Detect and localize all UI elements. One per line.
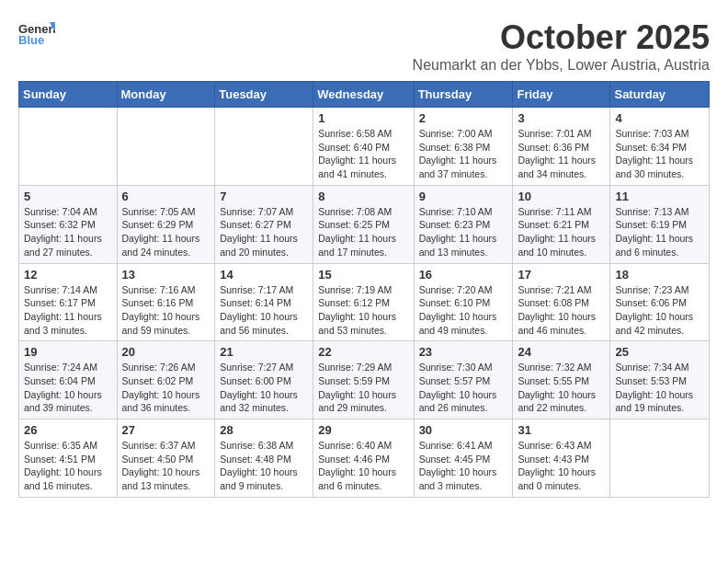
day-info: Sunrise: 6:38 AM Sunset: 4:48 PM Dayligh… <box>220 439 308 493</box>
calendar-cell: 5Sunrise: 7:04 AM Sunset: 6:32 PM Daylig… <box>19 185 118 263</box>
calendar-cell: 13Sunrise: 7:16 AM Sunset: 6:16 PM Dayli… <box>117 263 215 341</box>
calendar-cell: 2Sunrise: 7:00 AM Sunset: 6:38 PM Daylig… <box>414 108 513 186</box>
calendar-week-row: 12Sunrise: 7:14 AM Sunset: 6:17 PM Dayli… <box>19 263 710 341</box>
day-info: Sunrise: 7:27 AM Sunset: 6:00 PM Dayligh… <box>220 361 308 415</box>
weekday-header-thursday: Thursday <box>414 82 513 108</box>
calendar-cell: 9Sunrise: 7:10 AM Sunset: 6:23 PM Daylig… <box>414 185 513 263</box>
calendar-cell: 24Sunrise: 7:32 AM Sunset: 5:55 PM Dayli… <box>513 341 610 419</box>
calendar-cell <box>610 419 710 498</box>
calendar-cell: 18Sunrise: 7:23 AM Sunset: 6:06 PM Dayli… <box>610 263 710 341</box>
day-info: Sunrise: 6:58 AM Sunset: 6:40 PM Dayligh… <box>318 127 408 181</box>
calendar-cell: 31Sunrise: 6:43 AM Sunset: 4:43 PM Dayli… <box>513 419 610 498</box>
day-info: Sunrise: 7:30 AM Sunset: 5:57 PM Dayligh… <box>419 361 508 415</box>
day-info: Sunrise: 6:43 AM Sunset: 4:43 PM Dayligh… <box>518 439 605 493</box>
day-info: Sunrise: 7:07 AM Sunset: 6:27 PM Dayligh… <box>220 205 308 259</box>
day-info: Sunrise: 7:17 AM Sunset: 6:14 PM Dayligh… <box>220 283 308 338</box>
day-number: 4 <box>615 111 704 125</box>
calendar-week-row: 5Sunrise: 7:04 AM Sunset: 6:32 PM Daylig… <box>19 185 710 263</box>
title-block: October 2025 Neumarkt an der Ybbs, Lower… <box>413 18 710 74</box>
day-number: 25 <box>615 345 704 359</box>
day-number: 2 <box>419 111 508 125</box>
calendar-cell: 27Sunrise: 6:37 AM Sunset: 4:50 PM Dayli… <box>117 419 215 498</box>
day-number: 19 <box>24 345 112 359</box>
calendar-cell: 23Sunrise: 7:30 AM Sunset: 5:57 PM Dayli… <box>414 341 513 419</box>
day-info: Sunrise: 6:35 AM Sunset: 4:51 PM Dayligh… <box>24 439 112 493</box>
day-number: 1 <box>318 111 408 125</box>
day-number: 7 <box>220 190 308 203</box>
calendar-cell: 19Sunrise: 7:24 AM Sunset: 6:04 PM Dayli… <box>19 341 118 419</box>
day-number: 22 <box>318 345 408 359</box>
calendar-cell: 12Sunrise: 7:14 AM Sunset: 6:17 PM Dayli… <box>19 263 118 341</box>
svg-text:Blue: Blue <box>18 33 44 47</box>
day-info: Sunrise: 7:00 AM Sunset: 6:38 PM Dayligh… <box>419 127 508 181</box>
day-info: Sunrise: 7:08 AM Sunset: 6:25 PM Dayligh… <box>318 205 408 259</box>
day-number: 12 <box>24 268 112 282</box>
day-info: Sunrise: 7:01 AM Sunset: 6:36 PM Dayligh… <box>518 127 605 181</box>
day-info: Sunrise: 7:34 AM Sunset: 5:53 PM Dayligh… <box>615 361 704 415</box>
day-info: Sunrise: 6:41 AM Sunset: 4:45 PM Dayligh… <box>419 439 508 493</box>
calendar-cell: 17Sunrise: 7:21 AM Sunset: 6:08 PM Dayli… <box>513 263 610 341</box>
calendar-cell <box>117 108 215 186</box>
day-number: 26 <box>24 423 112 437</box>
weekday-header-wednesday: Wednesday <box>313 82 414 108</box>
calendar-cell: 8Sunrise: 7:08 AM Sunset: 6:25 PM Daylig… <box>313 185 414 263</box>
calendar-week-row: 1Sunrise: 6:58 AM Sunset: 6:40 PM Daylig… <box>19 108 710 186</box>
weekday-header-monday: Monday <box>117 82 215 108</box>
page-header: General Blue October 2025 Neumarkt an de… <box>18 18 710 74</box>
day-info: Sunrise: 6:40 AM Sunset: 4:46 PM Dayligh… <box>318 439 408 493</box>
logo: General Blue <box>18 18 55 48</box>
calendar-cell: 1Sunrise: 6:58 AM Sunset: 6:40 PM Daylig… <box>313 108 414 186</box>
day-info: Sunrise: 7:03 AM Sunset: 6:34 PM Dayligh… <box>615 127 704 181</box>
day-number: 30 <box>419 423 508 437</box>
day-number: 10 <box>518 190 605 203</box>
day-info: Sunrise: 7:10 AM Sunset: 6:23 PM Dayligh… <box>419 205 508 259</box>
calendar-cell: 26Sunrise: 6:35 AM Sunset: 4:51 PM Dayli… <box>19 419 118 498</box>
calendar-cell: 11Sunrise: 7:13 AM Sunset: 6:19 PM Dayli… <box>610 185 710 263</box>
weekday-header-saturday: Saturday <box>610 82 710 108</box>
calendar-cell: 22Sunrise: 7:29 AM Sunset: 5:59 PM Dayli… <box>313 341 414 419</box>
day-info: Sunrise: 7:14 AM Sunset: 6:17 PM Dayligh… <box>24 283 112 338</box>
day-number: 11 <box>615 190 704 203</box>
weekday-header-sunday: Sunday <box>19 82 118 108</box>
day-number: 9 <box>419 190 508 203</box>
day-number: 3 <box>518 111 605 125</box>
weekday-header-row: SundayMondayTuesdayWednesdayThursdayFrid… <box>19 82 710 108</box>
day-info: Sunrise: 7:23 AM Sunset: 6:06 PM Dayligh… <box>615 283 704 338</box>
day-info: Sunrise: 7:26 AM Sunset: 6:02 PM Dayligh… <box>122 361 210 415</box>
logo-icon: General Blue <box>18 18 55 48</box>
weekday-header-tuesday: Tuesday <box>215 82 313 108</box>
location-title: Neumarkt an der Ybbs, Lower Austria, Aus… <box>413 57 710 74</box>
day-number: 29 <box>318 423 408 437</box>
calendar-cell: 3Sunrise: 7:01 AM Sunset: 6:36 PM Daylig… <box>513 108 610 186</box>
calendar-cell: 25Sunrise: 7:34 AM Sunset: 5:53 PM Dayli… <box>610 341 710 419</box>
day-number: 28 <box>220 423 308 437</box>
day-number: 5 <box>24 190 112 203</box>
calendar-cell: 4Sunrise: 7:03 AM Sunset: 6:34 PM Daylig… <box>610 108 710 186</box>
calendar-week-row: 19Sunrise: 7:24 AM Sunset: 6:04 PM Dayli… <box>19 341 710 419</box>
day-number: 18 <box>615 268 704 282</box>
calendar-cell: 7Sunrise: 7:07 AM Sunset: 6:27 PM Daylig… <box>215 185 313 263</box>
day-info: Sunrise: 7:24 AM Sunset: 6:04 PM Dayligh… <box>24 361 112 415</box>
day-info: Sunrise: 7:05 AM Sunset: 6:29 PM Dayligh… <box>122 205 210 259</box>
day-number: 8 <box>318 190 408 203</box>
day-info: Sunrise: 7:13 AM Sunset: 6:19 PM Dayligh… <box>615 205 704 259</box>
calendar-cell: 28Sunrise: 6:38 AM Sunset: 4:48 PM Dayli… <box>215 419 313 498</box>
day-number: 31 <box>518 423 605 437</box>
calendar-week-row: 26Sunrise: 6:35 AM Sunset: 4:51 PM Dayli… <box>19 419 710 498</box>
day-number: 23 <box>419 345 508 359</box>
day-info: Sunrise: 7:32 AM Sunset: 5:55 PM Dayligh… <box>518 361 605 415</box>
day-info: Sunrise: 7:19 AM Sunset: 6:12 PM Dayligh… <box>318 283 408 338</box>
day-number: 15 <box>318 268 408 282</box>
day-info: Sunrise: 6:37 AM Sunset: 4:50 PM Dayligh… <box>122 439 210 493</box>
day-info: Sunrise: 7:29 AM Sunset: 5:59 PM Dayligh… <box>318 361 408 415</box>
day-number: 27 <box>122 423 210 437</box>
calendar-cell: 16Sunrise: 7:20 AM Sunset: 6:10 PM Dayli… <box>414 263 513 341</box>
calendar-table: SundayMondayTuesdayWednesdayThursdayFrid… <box>18 81 710 498</box>
calendar-cell: 20Sunrise: 7:26 AM Sunset: 6:02 PM Dayli… <box>117 341 215 419</box>
calendar-cell: 10Sunrise: 7:11 AM Sunset: 6:21 PM Dayli… <box>513 185 610 263</box>
calendar-cell: 30Sunrise: 6:41 AM Sunset: 4:45 PM Dayli… <box>414 419 513 498</box>
calendar-cell: 29Sunrise: 6:40 AM Sunset: 4:46 PM Dayli… <box>313 419 414 498</box>
day-number: 24 <box>518 345 605 359</box>
day-number: 13 <box>122 268 210 282</box>
month-title: October 2025 <box>413 18 710 57</box>
